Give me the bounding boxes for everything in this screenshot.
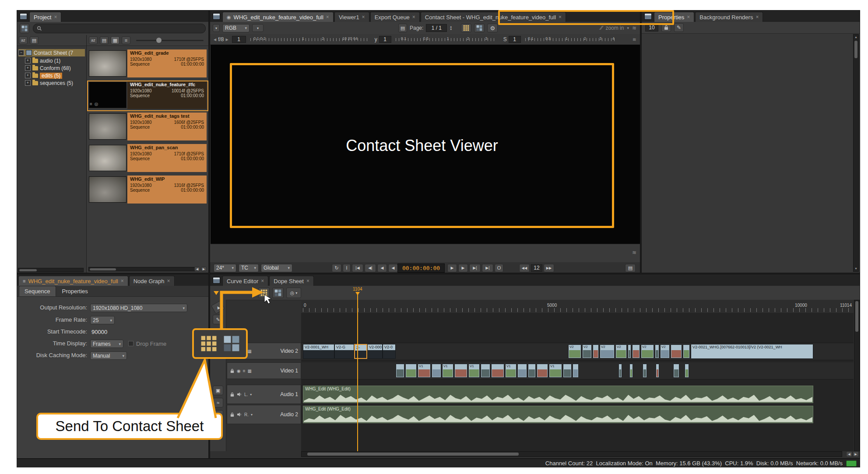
timeline-clip[interactable]: V2-000 [367, 344, 383, 359]
timeline-clip[interactable] [528, 364, 536, 378]
gamma-value[interactable]: 1 [379, 36, 391, 43]
caret-icon[interactable]: ▾ [627, 26, 629, 30]
timeline-clip[interactable] [491, 364, 504, 378]
track-audio1[interactable]: WHG_Edit (WHG_Edit) [301, 385, 854, 404]
bin-view-button[interactable] [20, 24, 29, 33]
timeline-clip[interactable]: V2 [600, 344, 615, 358]
scroll-thumb[interactable] [90, 268, 116, 270]
tree-hscrollbar[interactable] [18, 268, 84, 272]
play-button[interactable]: ▶ [447, 264, 457, 272]
timeline-clip[interactable] [673, 364, 679, 378]
gamma-slider[interactable]: 0.1 0.5 1 2 3 [396, 38, 496, 41]
timeline-clip[interactable] [618, 364, 622, 378]
timeline-clip[interactable] [593, 344, 599, 358]
gain-value[interactable]: 1 [232, 36, 246, 43]
timeline-clip[interactable] [517, 364, 527, 378]
timeline-clip[interactable]: V2 [582, 344, 592, 358]
scroll-right-button[interactable]: ▶ [201, 267, 207, 271]
view-thumb-button[interactable]: ▦ [111, 36, 119, 44]
scroll-thumb[interactable] [855, 301, 858, 332]
audio-clip[interactable]: WHG_Edit (WHG_Edit) [303, 406, 813, 423]
collapse-chevrons-icon[interactable]: ≋ [633, 37, 636, 42]
ripple-tool-button[interactable]: ≈ [213, 398, 223, 407]
tab-curve-editor[interactable]: Curve Editor × [222, 276, 268, 286]
frame-back-button[interactable]: ◀ [388, 264, 398, 272]
clip-row[interactable]: WHG_edit_nuke_tags test 1920x10801606f @… [87, 112, 208, 143]
tc-mode-dropdown[interactable]: TC ▾ [239, 264, 259, 272]
timecode-display[interactable]: 00:00:00:00 [397, 263, 445, 273]
timeline-clip[interactable] [454, 364, 467, 378]
render-flag-button[interactable]: ▤ [398, 24, 407, 32]
flipbook-icon[interactable] [223, 335, 240, 352]
track-header-video1[interactable]: ◉ ≡ ▦ Video 1 [227, 362, 301, 379]
timeline-clip[interactable]: V2-G [334, 344, 354, 359]
stop-button[interactable]: O [495, 264, 503, 272]
properties-vscrollbar[interactable]: ▲ ▼ [853, 34, 859, 272]
timeline-clip-selected[interactable]: 2- [354, 344, 367, 359]
subtab-sequence[interactable]: Sequence [19, 286, 56, 296]
timeline-clip[interactable] [573, 364, 579, 378]
tab-properties[interactable]: Properties × [654, 12, 694, 22]
view-small-button[interactable]: ▤ [100, 36, 109, 44]
timeline-clip[interactable]: V1 [505, 364, 517, 378]
timeline-clip[interactable] [643, 364, 647, 378]
viewer-canvas[interactable] [211, 45, 640, 244]
audio-clip[interactable]: WHG_Edit (WHG_Edit) [303, 386, 813, 403]
tab-dope-sheet[interactable]: Dope Sheet × [269, 276, 314, 286]
drop-frame-checkbox[interactable] [128, 341, 134, 346]
page-value[interactable]: 1 / 1 [426, 24, 447, 32]
track-video1[interactable]: V1 V1 V1 V1 V1 [301, 362, 854, 379]
tab-export-queue[interactable]: Export Queue × [370, 12, 420, 22]
clip-row[interactable]: WHG_edit_grade 1920x10801710f @25FPS Seq… [87, 49, 208, 80]
channel-dropdown[interactable]: RGB ▾ [222, 24, 250, 32]
speaker-icon[interactable] [237, 392, 242, 397]
select-tool-button[interactable]: ▲ [211, 300, 225, 314]
close-icon[interactable]: × [306, 278, 309, 284]
timeline-clip[interactable]: V2 [641, 344, 654, 358]
timeline-clip[interactable] [632, 344, 640, 358]
go-to-start-button[interactable]: |◀ [352, 264, 363, 272]
frame-forward-button[interactable]: ▶ [458, 264, 468, 272]
time-display-dropdown[interactable]: Frames ▾ [90, 340, 123, 348]
lock-panels-button[interactable] [661, 23, 671, 32]
view-list-button[interactable]: ≡ [122, 36, 130, 44]
panel-icon[interactable] [213, 277, 220, 284]
close-icon[interactable]: × [362, 14, 365, 20]
subtab-properties[interactable]: Properties [57, 286, 93, 296]
collapse-icon[interactable]: − [18, 50, 24, 56]
thumb-size-slider[interactable] [136, 40, 204, 41]
tab-viewer1[interactable]: Viewer1 × [334, 12, 369, 22]
razor-tool-button[interactable]: ▣ [213, 386, 223, 395]
contact-sheet-layout-button[interactable] [461, 24, 471, 32]
close-icon[interactable]: × [687, 14, 690, 20]
contact-sheet-icon[interactable] [200, 335, 217, 352]
skip-value[interactable]: 12 [531, 264, 542, 272]
tree-item-edits[interactable]: + edits (5) [25, 72, 62, 79]
start-timecode-value[interactable]: 90000 [91, 329, 107, 335]
timeline-clip[interactable]: V2-0 [383, 344, 396, 359]
close-icon[interactable]: × [261, 278, 264, 284]
expand-icon[interactable]: + [25, 65, 31, 71]
panel-icon[interactable] [644, 13, 652, 20]
gain-slider[interactable]: 0.1 0.2 1 2 10 20 64 [250, 38, 368, 41]
sat-value[interactable]: 1 [509, 36, 521, 43]
tree-item-conform[interactable]: + Conform (68) [25, 64, 71, 72]
max-panels-field[interactable]: 10 [645, 24, 658, 32]
send-frames-button[interactable]: ▤ [625, 264, 636, 272]
lock-icon[interactable] [230, 392, 235, 397]
tab-background-renders[interactable]: Background Renders × [695, 12, 763, 22]
tree-item-audio[interactable]: + audio (1) [25, 57, 60, 64]
timeline-clip[interactable] [481, 364, 490, 378]
expand-chevrons-icon[interactable]: ≋ [632, 249, 636, 256]
timeline-clip[interactable] [405, 364, 417, 378]
timeline-clip[interactable] [655, 344, 659, 358]
enable-icon[interactable]: ◉ [237, 369, 241, 373]
tracks-area[interactable]: V2-0001_WH V2-G 2- V2-000 V2-0 V2 V2 V2 … [301, 313, 854, 451]
caret-icon[interactable]: ▾ [250, 393, 252, 397]
timeline-clip[interactable] [628, 344, 631, 358]
timeline-vscrollbar[interactable] [854, 300, 860, 451]
close-icon[interactable]: × [756, 14, 759, 20]
range-dropdown[interactable]: Global ▾ [261, 264, 292, 272]
playhead-line[interactable] [357, 295, 358, 451]
timeline-clip[interactable]: V2-0001_WH [303, 344, 334, 359]
